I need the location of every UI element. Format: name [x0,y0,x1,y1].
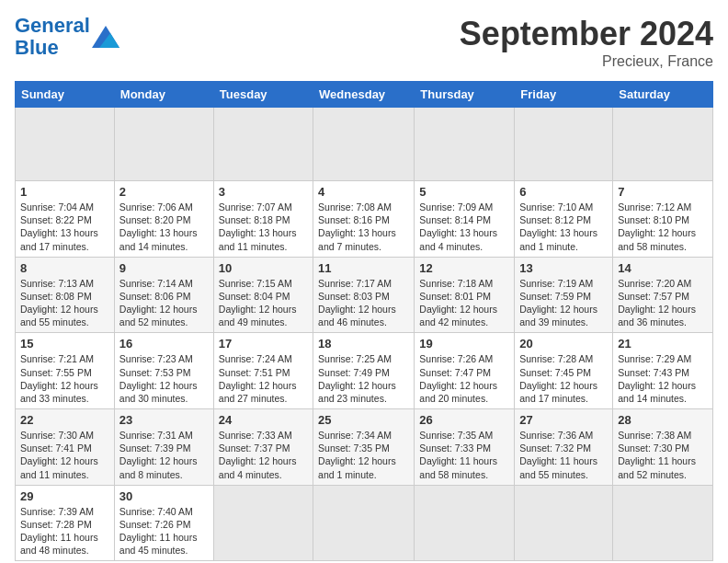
day-number: 27 [519,413,608,427]
calendar-week-6: 29Sunrise: 7:39 AMSunset: 7:28 PMDayligh… [16,485,713,561]
logo-icon [92,26,119,48]
calendar-cell [313,485,415,561]
day-info: Sunrise: 7:40 AMSunset: 7:26 PMDaylight:… [119,505,209,557]
day-number: 13 [519,261,608,275]
calendar-cell: 12Sunrise: 7:18 AMSunset: 8:01 PMDayligh… [415,257,515,333]
calendar-cell: 2Sunrise: 7:06 AMSunset: 8:20 PMDaylight… [114,181,213,258]
day-info: Sunrise: 7:35 AMSunset: 7:33 PMDaylight:… [419,429,509,481]
day-number: 21 [618,337,708,350]
calendar-cell [515,485,613,561]
calendar-cell: 14Sunrise: 7:20 AMSunset: 7:57 PMDayligh… [613,257,713,333]
calendar-cell: 8Sunrise: 7:13 AMSunset: 8:08 PMDaylight… [16,257,115,333]
day-header-friday: Friday [515,82,613,108]
calendar-cell: 4Sunrise: 7:08 AMSunset: 8:16 PMDaylight… [313,181,415,258]
calendar-cell: 25Sunrise: 7:34 AMSunset: 7:35 PMDayligh… [313,409,415,486]
calendar-cell: 19Sunrise: 7:26 AMSunset: 7:47 PMDayligh… [415,333,515,409]
calendar-cell [213,485,313,561]
day-number: 23 [119,413,209,427]
day-info: Sunrise: 7:23 AMSunset: 7:53 PMDaylight:… [119,352,209,405]
day-header-saturday: Saturday [613,82,713,108]
calendar-cell: 20Sunrise: 7:28 AMSunset: 7:45 PMDayligh… [515,333,613,409]
calendar-cell: 17Sunrise: 7:24 AMSunset: 7:51 PMDayligh… [213,333,313,409]
day-info: Sunrise: 7:21 AMSunset: 7:55 PMDaylight:… [20,352,109,405]
calendar-cell [114,108,213,181]
day-number: 16 [119,337,209,350]
day-number: 8 [20,261,109,275]
calendar-cell: 11Sunrise: 7:17 AMSunset: 8:03 PMDayligh… [313,257,415,333]
calendar-cell [613,485,713,561]
day-number: 17 [219,337,308,350]
day-number: 2 [119,185,209,199]
calendar-cell: 3Sunrise: 7:07 AMSunset: 8:18 PMDaylight… [213,181,313,258]
calendar-cell: 22Sunrise: 7:30 AMSunset: 7:41 PMDayligh… [16,409,115,486]
day-number: 5 [419,185,509,199]
day-info: Sunrise: 7:19 AMSunset: 7:59 PMDaylight:… [519,277,608,329]
day-number: 12 [419,261,509,275]
day-number: 15 [20,337,109,350]
calendar-cell [613,108,713,181]
calendar-cell: 29Sunrise: 7:39 AMSunset: 7:28 PMDayligh… [16,485,115,561]
calendar-cell: 30Sunrise: 7:40 AMSunset: 7:26 PMDayligh… [114,485,213,561]
day-number: 1 [20,185,109,199]
day-info: Sunrise: 7:26 AMSunset: 7:47 PMDaylight:… [419,352,509,405]
page-header: GeneralBlue September 2024 Precieux, Fra… [15,15,713,70]
day-number: 19 [419,337,509,350]
day-number: 4 [318,185,409,199]
day-info: Sunrise: 7:25 AMSunset: 7:49 PMDaylight:… [318,352,409,405]
day-number: 18 [318,337,409,350]
calendar-week-4: 15Sunrise: 7:21 AMSunset: 7:55 PMDayligh… [16,333,713,409]
calendar-week-5: 22Sunrise: 7:30 AMSunset: 7:41 PMDayligh… [16,409,713,486]
calendar-cell: 27Sunrise: 7:36 AMSunset: 7:32 PMDayligh… [515,409,613,486]
calendar-cell: 5Sunrise: 7:09 AMSunset: 8:14 PMDaylight… [415,181,515,258]
day-number: 30 [119,489,209,503]
day-info: Sunrise: 7:08 AMSunset: 8:16 PMDaylight:… [318,201,409,253]
calendar-cell: 24Sunrise: 7:33 AMSunset: 7:37 PMDayligh… [213,409,313,486]
day-info: Sunrise: 7:33 AMSunset: 7:37 PMDaylight:… [219,429,308,481]
day-number: 28 [618,413,708,427]
day-header-thursday: Thursday [415,82,515,108]
calendar-cell: 1Sunrise: 7:04 AMSunset: 8:22 PMDaylight… [16,181,115,258]
calendar-cell [515,108,613,181]
calendar-cell [415,485,515,561]
calendar-cell [313,108,415,181]
day-header-tuesday: Tuesday [213,82,313,108]
day-info: Sunrise: 7:31 AMSunset: 7:39 PMDaylight:… [119,429,209,481]
header-row: SundayMondayTuesdayWednesdayThursdayFrid… [16,82,713,108]
day-info: Sunrise: 7:24 AMSunset: 7:51 PMDaylight:… [219,352,308,405]
day-number: 7 [618,185,708,199]
calendar-cell: 26Sunrise: 7:35 AMSunset: 7:33 PMDayligh… [415,409,515,486]
day-info: Sunrise: 7:14 AMSunset: 8:06 PMDaylight:… [119,277,209,329]
calendar-cell: 10Sunrise: 7:15 AMSunset: 8:04 PMDayligh… [213,257,313,333]
day-header-sunday: Sunday [16,82,115,108]
day-number: 29 [20,489,109,503]
day-info: Sunrise: 7:34 AMSunset: 7:35 PMDaylight:… [318,429,409,481]
logo: GeneralBlue [15,15,119,59]
day-info: Sunrise: 7:20 AMSunset: 7:57 PMDaylight:… [618,277,708,329]
day-info: Sunrise: 7:10 AMSunset: 8:12 PMDaylight:… [519,201,608,253]
month-title: September 2024 [460,15,713,53]
calendar-cell: 23Sunrise: 7:31 AMSunset: 7:39 PMDayligh… [114,409,213,486]
day-number: 25 [318,413,409,427]
title-block: September 2024 Precieux, France [460,15,713,70]
day-number: 3 [219,185,308,199]
day-number: 6 [519,185,608,199]
day-header-wednesday: Wednesday [313,82,415,108]
calendar-cell [415,108,515,181]
day-info: Sunrise: 7:15 AMSunset: 8:04 PMDaylight:… [219,277,308,329]
day-info: Sunrise: 7:28 AMSunset: 7:45 PMDaylight:… [519,352,608,405]
location-subtitle: Precieux, France [460,53,713,70]
calendar-cell [213,108,313,181]
day-info: Sunrise: 7:06 AMSunset: 8:20 PMDaylight:… [119,201,209,253]
day-info: Sunrise: 7:17 AMSunset: 8:03 PMDaylight:… [318,277,409,329]
day-info: Sunrise: 7:36 AMSunset: 7:32 PMDaylight:… [519,429,608,481]
day-info: Sunrise: 7:30 AMSunset: 7:41 PMDaylight:… [20,429,109,481]
day-info: Sunrise: 7:12 AMSunset: 8:10 PMDaylight:… [618,201,708,253]
calendar-week-2: 1Sunrise: 7:04 AMSunset: 8:22 PMDaylight… [16,181,713,258]
calendar-cell: 16Sunrise: 7:23 AMSunset: 7:53 PMDayligh… [114,333,213,409]
day-info: Sunrise: 7:09 AMSunset: 8:14 PMDaylight:… [419,201,509,253]
day-number: 9 [119,261,209,275]
day-info: Sunrise: 7:13 AMSunset: 8:08 PMDaylight:… [20,277,109,329]
calendar-cell: 18Sunrise: 7:25 AMSunset: 7:49 PMDayligh… [313,333,415,409]
calendar-cell: 6Sunrise: 7:10 AMSunset: 8:12 PMDaylight… [515,181,613,258]
calendar-cell: 9Sunrise: 7:14 AMSunset: 8:06 PMDaylight… [114,257,213,333]
